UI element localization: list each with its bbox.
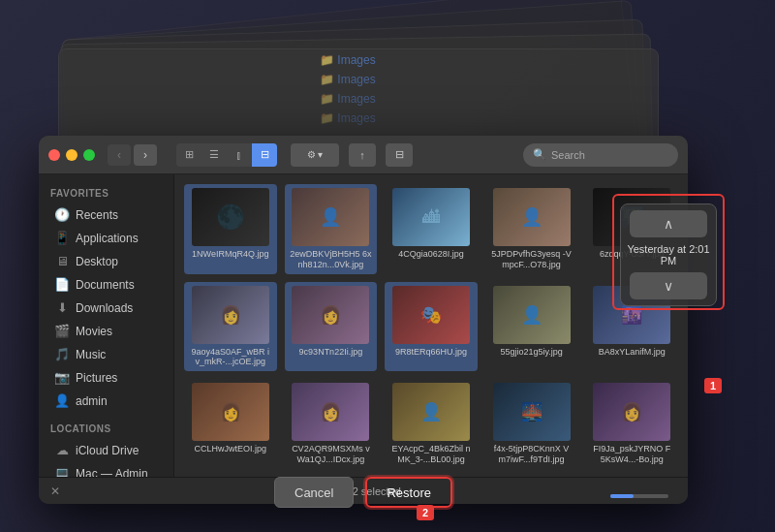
file-item[interactable]: 👩 CV2AQR9MSXMs vWa1QJ...IDcx.jpg — [285, 379, 378, 469]
sidebar-label-desktop: Desktop — [76, 255, 118, 268]
admin-icon: 👤 — [54, 393, 70, 408]
content-area: Favorites 🕐 Recents 📱 Applications 🖥 Des… — [39, 174, 688, 477]
back-button[interactable]: ‹ — [108, 144, 131, 166]
sidebar-item-icloud[interactable]: ☁ iCloud Drive — [43, 439, 170, 461]
file-item[interactable]: 👩 9c93NTn22Ii.jpg — [285, 282, 378, 372]
column-view-btn[interactable]: ⫿ — [227, 143, 252, 167]
file-item[interactable]: 👤 2ewDBKVjBH5H5 6xnh812n...0Vk.jpg — [285, 184, 378, 274]
sidebar-label-admin: admin — [76, 394, 108, 408]
file-thumbnail: 🌑 — [192, 188, 269, 246]
time-machine-panel: ∧ Yesterday at 2:01 PM ∨ — [620, 203, 717, 306]
sidebar-item-music[interactable]: 🎵 Music — [43, 343, 170, 365]
file-item[interactable]: 👩 FI9Ja_pskJYRNO F5KsW4...-Bo.jpg — [585, 379, 678, 469]
file-thumbnail: 👤 — [493, 286, 571, 344]
finder-window: ‹ › ⊞ ☰ ⫿ ⊟ ⚙ ▾ ↑ ⊟ 🔍 Search Favorites 🕐 — [39, 136, 688, 504]
sidebar-label-movies: Movies — [76, 325, 112, 338]
file-thumbnail: 👤 — [392, 383, 470, 441]
view-mode-group: ⊞ ☰ ⫿ ⊟ — [176, 143, 277, 167]
time-machine-down-btn[interactable]: ∨ — [630, 272, 707, 299]
badge-1: 1 — [704, 378, 722, 393]
file-name: 5JPDPvfhG3yesq -VmpcF...O78.jpg — [490, 249, 573, 270]
desktop-icon: 🖥 — [54, 254, 70, 268]
file-name: FI9Ja_pskJYRNO F5KsW4...-Bo.jpg — [591, 444, 673, 465]
locations-label: Locations — [39, 420, 173, 438]
file-item[interactable]: 🏙 4CQgia0628I.jpg — [385, 184, 478, 274]
file-name: 4CQgia0628I.jpg — [398, 249, 464, 260]
gallery-view-btn[interactable]: ⊟ — [252, 143, 277, 167]
file-thumbnail: 🌉 — [493, 383, 571, 441]
sidebar-item-downloads[interactable]: ⬇ Downloads — [43, 297, 170, 319]
file-grid: 🌑 1NWeIRMqR4Q.jpg 👤 2ewDBKVjBH5H5 6xnh81… — [174, 174, 688, 477]
file-name: 9aoy4aS0AF_wBR iv_mkR-...jcOE.jpg — [189, 347, 271, 368]
file-name: 55gjio21g5iy.jpg — [500, 347, 562, 358]
sidebar-item-desktop[interactable]: 🖥 Desktop — [43, 250, 170, 272]
file-name: CV2AQR9MSXMs vWa1QJ...IDcx.jpg — [290, 444, 372, 465]
sidebar-item-recents[interactable]: 🕐 Recents — [43, 203, 170, 226]
sidebar-item-movies[interactable]: 🎬 Movies — [43, 320, 170, 342]
file-thumbnail: 🏙 — [392, 188, 470, 246]
search-bar[interactable]: 🔍 Search — [523, 143, 678, 167]
file-thumbnail: 👩 — [192, 383, 269, 441]
sidebar-label-recents: Recents — [76, 208, 118, 222]
close-button[interactable] — [48, 149, 60, 161]
file-item[interactable]: 👤 EYAcpC_4Bk6Zbil nMK_3-...BL00.jpg — [385, 379, 478, 469]
sort-button[interactable]: ⚙ ▾ — [291, 143, 339, 167]
pictures-icon: 📷 — [54, 370, 70, 385]
search-icon: 🔍 — [533, 148, 546, 161]
sidebar: Favorites 🕐 Recents 📱 Applications 🖥 Des… — [39, 174, 174, 477]
bottom-buttons: Cancel Restore — [39, 477, 688, 508]
downloads-icon: ⬇ — [54, 300, 70, 315]
file-name: 9R8tERq66HU.jpg — [395, 347, 467, 358]
applications-icon: 📱 — [54, 231, 70, 245]
file-name: CCLHwJwtEOI.jpg — [195, 444, 267, 454]
file-item[interactable]: 🌑 1NWeIRMqR4Q.jpg — [184, 184, 277, 274]
restore-button[interactable]: Restore — [365, 477, 452, 508]
file-name: 1NWeIRMqR4Q.jpg — [192, 249, 268, 260]
sidebar-item-applications[interactable]: 📱 Applications — [43, 227, 170, 249]
sidebar-label-pictures: Pictures — [76, 371, 117, 385]
tag-button[interactable]: ⊟ — [386, 143, 413, 167]
time-machine-up-btn[interactable]: ∧ — [630, 210, 707, 237]
file-name: f4x-5tjpP8CKnnX Vm7iwF...f9TdI.jpg — [490, 444, 573, 465]
sidebar-label-downloads: Downloads — [76, 301, 133, 315]
file-name: 2ewDBKVjBH5H5 6xnh812n...0Vk.jpg — [290, 249, 372, 270]
file-thumbnail: 👩 — [192, 286, 269, 344]
cancel-button[interactable]: Cancel — [274, 477, 354, 508]
sidebar-label-mac: Mac — Admin — [76, 467, 148, 478]
file-thumbnail: 👩 — [292, 286, 369, 344]
icon-view-btn[interactable]: ⊞ — [176, 143, 202, 167]
file-item[interactable]: 👤 55gjio21g5iy.jpg — [485, 282, 578, 372]
badge-2: 2 — [417, 505, 434, 520]
file-name: BA8xYLanifM.jpg — [599, 347, 666, 358]
sidebar-label-icloud: iCloud Drive — [76, 444, 139, 457]
file-thumbnail: 👤 — [493, 188, 571, 246]
favorites-label: Favorites — [39, 184, 173, 203]
file-item[interactable]: 👩 CCLHwJwtEOI.jpg — [184, 379, 277, 469]
time-machine-timestamp: Yesterday at 2:01 PM — [627, 241, 710, 268]
icloud-icon: ☁ — [54, 443, 70, 457]
sidebar-item-admin[interactable]: 👤 admin — [43, 390, 170, 412]
file-item[interactable]: 👩 9aoy4aS0AF_wBR iv_mkR-...jcOE.jpg — [184, 282, 277, 372]
file-name: 9c93NTn22Ii.jpg — [299, 347, 363, 358]
sidebar-item-documents[interactable]: 📄 Documents — [43, 273, 170, 296]
documents-icon: 📄 — [54, 277, 70, 292]
file-item[interactable]: 🎭 9R8tERq66HU.jpg — [385, 282, 478, 372]
sidebar-item-mac[interactable]: 💻 Mac — Admin — [43, 462, 170, 477]
title-bar: ‹ › ⊞ ☰ ⫿ ⊟ ⚙ ▾ ↑ ⊟ 🔍 Search — [39, 136, 688, 174]
music-icon: 🎵 — [54, 347, 70, 361]
forward-button[interactable]: › — [134, 144, 157, 166]
share-button[interactable]: ↑ — [349, 143, 376, 167]
file-item[interactable]: 👤 5JPDPvfhG3yesq -VmpcF...O78.jpg — [485, 184, 578, 274]
sidebar-label-applications: Applications — [76, 232, 139, 245]
minimize-button[interactable] — [66, 149, 78, 161]
search-placeholder: Search — [551, 149, 585, 161]
list-view-btn[interactable]: ☰ — [202, 143, 227, 167]
sidebar-item-pictures[interactable]: 📷 Pictures — [43, 366, 170, 389]
file-item[interactable]: 🌉 f4x-5tjpP8CKnnX Vm7iwF...f9TdI.jpg — [485, 379, 578, 469]
file-thumbnail: 👩 — [292, 383, 369, 441]
fullscreen-button[interactable] — [83, 149, 95, 161]
file-thumbnail: 🎭 — [392, 286, 470, 344]
mac-icon: 💻 — [54, 466, 70, 477]
traffic-lights — [48, 149, 95, 161]
file-thumbnail: 👩 — [593, 383, 670, 441]
